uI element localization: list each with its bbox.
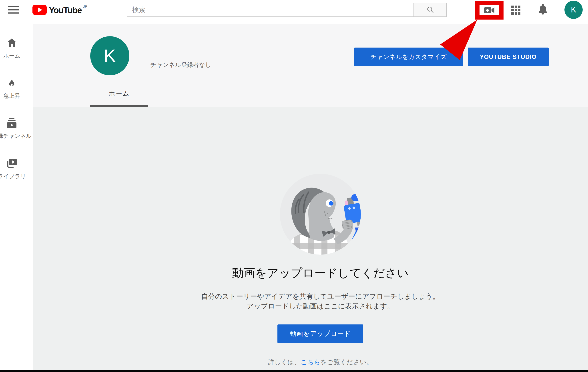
upload-video-button[interactable]: 動画をアップロード xyxy=(277,324,363,343)
youtube-play-icon xyxy=(32,5,47,15)
sidebar-item-trending[interactable]: 急上昇 xyxy=(0,78,33,107)
active-tab-underline xyxy=(90,105,148,107)
sidebar-item-subscriptions[interactable]: 登録チャンネル xyxy=(0,118,33,147)
help-link[interactable]: こちら xyxy=(301,358,320,366)
channel-avatar[interactable]: K xyxy=(90,36,129,75)
account-avatar[interactable]: K xyxy=(564,1,583,19)
sidebar-item-home[interactable]: ホーム xyxy=(0,38,33,67)
sidebar-item-label: 登録チャンネル xyxy=(0,132,32,140)
help-prefix: 詳しくは、 xyxy=(268,358,301,366)
customize-channel-button[interactable]: チャンネルをカスタマイズ xyxy=(354,48,463,66)
sidebar-item-label: ホーム xyxy=(3,52,20,59)
sidebar-item-label: 急上昇 xyxy=(4,92,20,100)
help-text: 詳しくは、こちらをご覧ください。 xyxy=(154,358,487,367)
fire-icon xyxy=(7,78,16,89)
top-bar: YouTube JP K xyxy=(0,0,588,24)
youtube-logo-text: YouTube xyxy=(49,5,82,15)
avatar-initial: K xyxy=(571,5,577,14)
create-video-icon[interactable] xyxy=(484,6,494,15)
youtube-studio-button[interactable]: YOUTUBE STUDIO xyxy=(468,48,549,66)
upload-illustration xyxy=(278,172,362,256)
youtube-channel-page: YouTube JP K xyxy=(0,0,588,372)
description-line-2: アップロードした動画はここに表示されます。 xyxy=(154,301,487,311)
apps-grid-icon[interactable] xyxy=(511,6,521,14)
tab-home[interactable]: ホーム xyxy=(90,89,148,98)
description-line-1: 自分のストーリーやアイデアを共有してユーザーにアプローチしましょう。 xyxy=(154,291,487,301)
annotation-box xyxy=(475,1,504,20)
youtube-logo[interactable]: YouTube JP xyxy=(32,5,87,15)
empty-state-title: 動画をアップロードしてください xyxy=(154,266,487,279)
sidebar-item-library[interactable]: ライブラリ xyxy=(0,158,33,187)
hamburger-menu-icon[interactable] xyxy=(8,6,19,14)
search-input[interactable] xyxy=(127,3,414,17)
sidebar-item-label: ライブラリ xyxy=(0,173,26,180)
library-icon xyxy=(6,158,17,169)
channel-avatar-initial: K xyxy=(104,46,116,66)
subscriber-status: チャンネル登録者なし xyxy=(150,61,211,69)
search-button[interactable] xyxy=(414,3,447,17)
youtube-region-label: JP xyxy=(83,4,87,9)
empty-state: 動画をアップロードしてください 自分のストーリーやアイデアを共有してユーザーにア… xyxy=(154,172,487,367)
empty-state-description: 自分のストーリーやアイデアを共有してユーザーにアプローチしましょう。 アップロー… xyxy=(154,291,487,311)
subscriptions-icon xyxy=(7,118,17,129)
magnifier-icon xyxy=(427,6,434,14)
bottom-edge-bar xyxy=(0,370,588,372)
help-suffix: をご覧ください。 xyxy=(320,358,373,366)
notifications-bell-icon[interactable] xyxy=(538,4,547,16)
sidebar: ホーム 急上昇 登録チャンネル xyxy=(0,24,33,372)
home-icon xyxy=(7,38,17,48)
